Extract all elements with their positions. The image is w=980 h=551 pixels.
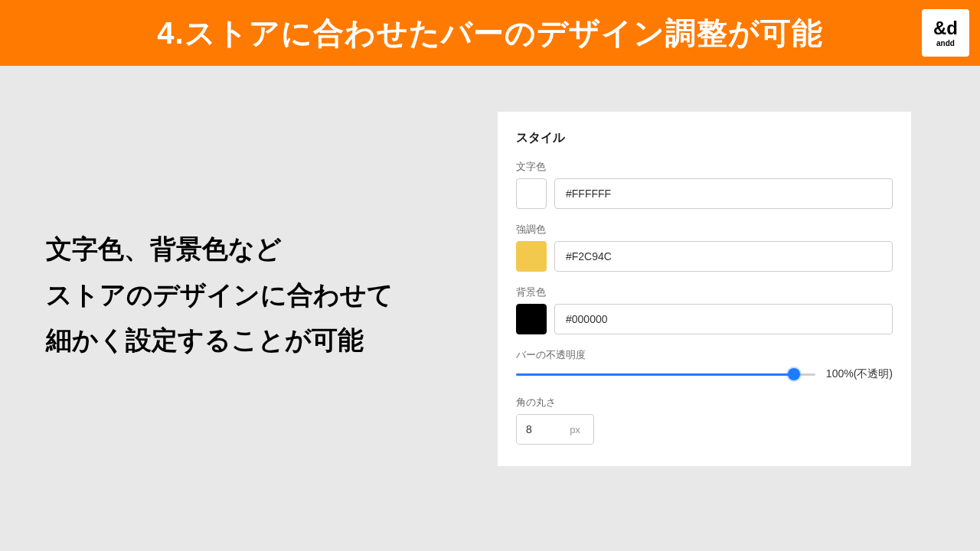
text-color-label: 文字色 <box>516 160 893 174</box>
accent-color-label: 強調色 <box>516 223 893 236</box>
bg-color-label: 背景色 <box>516 285 893 299</box>
radius-field: 角の丸さ px <box>516 396 893 445</box>
bg-color-swatch[interactable] <box>516 304 547 334</box>
text-color-input[interactable] <box>554 178 893 209</box>
slider-knob-icon[interactable] <box>788 368 800 380</box>
radius-label: 角の丸さ <box>516 396 893 409</box>
accent-color-swatch[interactable] <box>516 241 547 272</box>
text-color-field: 文字色 <box>516 160 893 209</box>
main-content: 文字色、背景色など ストアのデザインに合わせて 細かく設定することが可能 スタイ… <box>0 66 980 466</box>
radius-unit: px <box>557 424 593 435</box>
logo-mark: &d <box>933 19 958 37</box>
bg-color-field: 背景色 <box>516 285 893 334</box>
heading-line-2: ストアのデザインに合わせて <box>46 272 459 318</box>
text-color-swatch[interactable] <box>516 178 547 209</box>
opacity-label: バーの不透明度 <box>516 348 893 362</box>
logo-subtext: andd <box>936 39 955 47</box>
bg-color-input[interactable] <box>554 304 893 334</box>
header-bar: 4.ストアに合わせたバーのデザイン調整が可能 &d andd <box>0 0 980 66</box>
radius-input[interactable] <box>517 415 557 444</box>
header-title: 4.ストアに合わせたバーのデザイン調整が可能 <box>157 12 822 54</box>
opacity-slider[interactable] <box>516 367 815 382</box>
opacity-value-text: 100%(不透明) <box>826 367 893 381</box>
brand-logo: &d andd <box>922 9 969 57</box>
feature-heading: 文字色、背景色など ストアのデザインに合わせて 細かく設定することが可能 <box>46 227 459 364</box>
panel-title: スタイル <box>516 130 893 146</box>
opacity-field: バーの不透明度 100%(不透明) <box>516 348 893 382</box>
style-panel: スタイル 文字色 強調色 背景色 バーの不透明度 <box>498 112 911 466</box>
heading-line-1: 文字色、背景色など <box>46 227 459 272</box>
accent-color-field: 強調色 <box>516 223 893 272</box>
accent-color-input[interactable] <box>554 241 893 272</box>
description-column: 文字色、背景色など ストアのデザインに合わせて 細かく設定することが可能 <box>46 112 459 466</box>
heading-line-3: 細かく設定することが可能 <box>46 318 459 364</box>
